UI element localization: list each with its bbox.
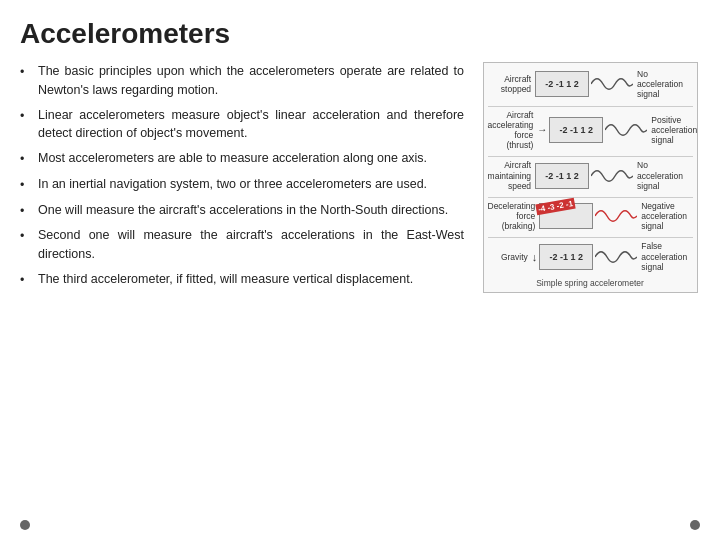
diagram-row: Aircraft stopped-2 -1 1 2No acceleration… xyxy=(488,69,693,100)
text-column: •The basic principles upon which the acc… xyxy=(20,62,464,530)
diagram-label-left: Aircraft maintaining speed xyxy=(488,160,536,191)
list-item: •The basic principles upon which the acc… xyxy=(20,62,464,100)
footer-dot-left xyxy=(20,520,30,530)
bullet-list: •The basic principles upon which the acc… xyxy=(20,62,464,290)
page-container: Accelerometers •The basic principles upo… xyxy=(0,0,720,540)
footer-dots xyxy=(10,516,710,530)
bullet-text: Second one will measure the aircraft's a… xyxy=(38,226,464,264)
list-item: •One will measure the aircraft's acceler… xyxy=(20,201,464,221)
diagram-label-left: Decelerating force (braking) xyxy=(488,201,540,232)
image-column: Aircraft stopped-2 -1 1 2No acceleration… xyxy=(480,62,700,530)
bullet-text: The basic principles upon which the acce… xyxy=(38,62,464,100)
bullet-text: In an inertial navigation system, two or… xyxy=(38,175,464,194)
diagram-label-right: Positive acceleration signal xyxy=(647,115,697,146)
bullet-text: One will measure the aircraft's accelera… xyxy=(38,201,464,220)
list-item: •In an inertial navigation system, two o… xyxy=(20,175,464,195)
diagram-label-right: Negative acceleration signal xyxy=(637,201,692,232)
bullet-icon: • xyxy=(20,176,34,195)
footer-dot-right xyxy=(690,520,700,530)
list-item: •The third accelerometer, if fitted, wil… xyxy=(20,270,464,290)
diagram-row: Aircraft maintaining speed-2 -1 1 2No ac… xyxy=(488,160,693,191)
diagram-row: Aircraft accelerating force (thrust)→-2 … xyxy=(488,110,693,151)
bullet-text: Most accelerometers are able to measure … xyxy=(38,149,464,168)
diagram-label-left: Aircraft accelerating force (thrust) xyxy=(488,110,538,151)
diagram-label-right: No acceleration signal xyxy=(633,160,692,191)
diagram-label-right: No acceleration signal xyxy=(633,69,692,100)
content-area: •The basic principles upon which the acc… xyxy=(20,62,700,530)
bullet-icon: • xyxy=(20,227,34,246)
page-title: Accelerometers xyxy=(20,18,700,50)
bullet-icon: • xyxy=(20,271,34,290)
bullet-icon: • xyxy=(20,202,34,221)
diagram-label-right: False acceleration signal xyxy=(637,241,692,272)
list-item: • Linear accelerometers measure object's… xyxy=(20,106,464,144)
bullet-icon: • xyxy=(20,107,34,126)
diagram-label-left: Aircraft stopped xyxy=(488,74,536,94)
diagram-row: Gravity↓-2 -1 1 2False acceleration sign… xyxy=(488,241,693,272)
diagram-row: Decelerating force (braking)-4 -3 -2 -1N… xyxy=(488,201,693,232)
bullet-text: The third accelerometer, if fitted, will… xyxy=(38,270,464,289)
diagram-box: Aircraft stopped-2 -1 1 2No acceleration… xyxy=(483,62,698,293)
bullet-text: Linear accelerometers measure object's l… xyxy=(38,106,464,144)
list-item: •Second one will measure the aircraft's … xyxy=(20,226,464,264)
diagram-label-left: Gravity xyxy=(488,252,532,262)
diagram-caption: Simple spring accelerometer xyxy=(488,278,693,288)
list-item: •Most accelerometers are able to measure… xyxy=(20,149,464,169)
bullet-icon: • xyxy=(20,63,34,82)
bullet-icon: • xyxy=(20,150,34,169)
